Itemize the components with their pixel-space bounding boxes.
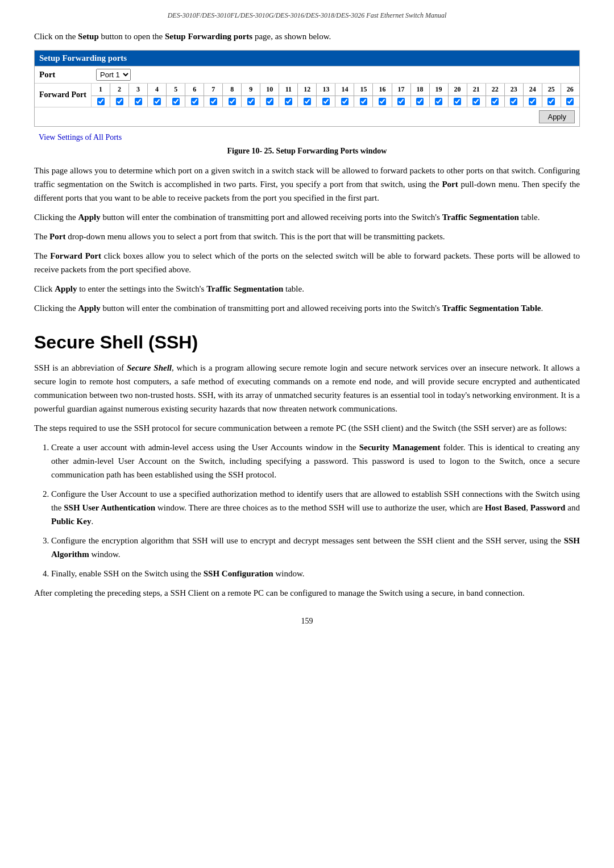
steps-list: Create a user account with admin-level a… xyxy=(51,441,580,580)
port-cell-19: 19 xyxy=(429,84,448,107)
port-number-12: 12 xyxy=(298,84,316,96)
port-checkbox-23[interactable] xyxy=(510,98,517,105)
port-checkbox-4[interactable] xyxy=(154,98,161,105)
figure-caption: Figure 10- 25. Setup Forwarding Ports wi… xyxy=(34,147,580,156)
port-cell-2: 2 xyxy=(110,84,128,107)
step-1: Create a user account with admin-level a… xyxy=(51,441,580,481)
port-checkbox-6[interactable] xyxy=(191,98,198,105)
port-number-17: 17 xyxy=(392,84,410,96)
port-number-6: 6 xyxy=(185,84,204,96)
port-check-container-10 xyxy=(265,96,274,107)
port-check-container-1 xyxy=(97,96,105,107)
port-cell-20: 20 xyxy=(448,84,467,107)
port-number-9: 9 xyxy=(242,84,260,96)
port-checkbox-17[interactable] xyxy=(397,98,405,105)
port-cell-3: 3 xyxy=(128,84,147,107)
port-checkbox-19[interactable] xyxy=(435,98,442,105)
port-checkbox-3[interactable] xyxy=(135,98,142,105)
section-steps-intro: The steps required to use the SSH protoc… xyxy=(34,421,580,435)
port-checkbox-12[interactable] xyxy=(304,98,311,105)
sfp-ports-grid: 1234567891011121314151617181920212223242… xyxy=(92,84,579,107)
port-cell-10: 10 xyxy=(260,84,279,107)
port-cell-22: 22 xyxy=(486,84,504,107)
port-checkbox-9[interactable] xyxy=(247,98,255,105)
port-checkbox-15[interactable] xyxy=(360,98,367,105)
port-cell-26: 26 xyxy=(561,84,579,107)
port-checkbox-13[interactable] xyxy=(322,98,330,105)
port-number-5: 5 xyxy=(167,84,185,96)
port-number-7: 7 xyxy=(204,84,222,96)
port-checkbox-1[interactable] xyxy=(97,98,105,105)
port-cell-23: 23 xyxy=(504,84,523,107)
port-check-container-11 xyxy=(284,96,293,107)
port-number-13: 13 xyxy=(317,84,335,96)
port-number-19: 19 xyxy=(430,84,448,96)
port-checkbox-14[interactable] xyxy=(341,98,349,105)
port-checkbox-5[interactable] xyxy=(172,98,180,105)
port-number-10: 10 xyxy=(260,84,279,96)
port-number-15: 15 xyxy=(354,84,372,96)
port-check-container-24 xyxy=(528,96,537,107)
port-check-container-7 xyxy=(209,96,218,107)
port-checkbox-7[interactable] xyxy=(210,98,217,105)
port-number-1: 1 xyxy=(92,84,110,96)
port-dropdown[interactable]: Port 1 Port 2 Port 3 xyxy=(96,69,131,81)
port-check-container-19 xyxy=(434,96,443,107)
port-checkbox-8[interactable] xyxy=(229,98,236,105)
port-cell-7: 7 xyxy=(204,84,222,107)
port-checkbox-10[interactable] xyxy=(266,98,273,105)
sfp-port-select[interactable]: Port 1 Port 2 Port 3 xyxy=(96,69,131,81)
port-checkbox-24[interactable] xyxy=(529,98,536,105)
port-cell-21: 21 xyxy=(467,84,486,107)
port-cell-14: 14 xyxy=(335,84,354,107)
port-number-2: 2 xyxy=(110,84,128,96)
step-3: Configure the encryption algorithm that … xyxy=(51,534,580,561)
port-checkbox-21[interactable] xyxy=(472,98,480,105)
sfp-port-label: Port xyxy=(39,70,96,80)
port-number-25: 25 xyxy=(542,84,561,96)
port-number-4: 4 xyxy=(148,84,166,96)
port-check-container-15 xyxy=(359,96,368,107)
port-check-container-21 xyxy=(472,96,480,107)
port-number-8: 8 xyxy=(223,84,241,96)
sfp-table: Setup Forwarding ports Port Port 1 Port … xyxy=(34,50,580,127)
port-number-14: 14 xyxy=(335,84,354,96)
port-number-16: 16 xyxy=(373,84,391,96)
port-cell-24: 24 xyxy=(523,84,542,107)
port-checkbox-11[interactable] xyxy=(285,98,292,105)
port-checkbox-26[interactable] xyxy=(566,98,574,105)
port-check-container-13 xyxy=(322,96,330,107)
port-cell-9: 9 xyxy=(241,84,260,107)
port-check-container-20 xyxy=(453,96,462,107)
port-checkbox-25[interactable] xyxy=(547,98,555,105)
section-intro: SSH is an abbreviation of Secure Shell, … xyxy=(34,361,580,416)
port-check-container-2 xyxy=(115,96,124,107)
port-cell-1: 1 xyxy=(92,84,110,107)
port-cell-16: 16 xyxy=(372,84,391,107)
port-number-23: 23 xyxy=(505,84,523,96)
body-para-4: The Forward Port click boxes allow you t… xyxy=(34,249,580,276)
sfp-forward-port-label: Forward Port xyxy=(35,84,92,107)
port-check-container-14 xyxy=(341,96,349,107)
port-check-container-4 xyxy=(153,96,161,107)
port-checkbox-22[interactable] xyxy=(491,98,499,105)
port-number-26: 26 xyxy=(561,84,579,96)
body-para-1: This page allows you to determine which … xyxy=(34,164,580,205)
apply-button[interactable]: Apply xyxy=(539,110,575,123)
port-checkbox-2[interactable] xyxy=(116,98,123,105)
port-number-11: 11 xyxy=(279,84,297,96)
doc-title: DES-3010F/DES-3010FL/DES-3010G/DES-3016/… xyxy=(34,11,580,20)
view-settings-link[interactable]: View Settings of All Ports xyxy=(39,133,122,142)
sfp-port-row: Port Port 1 Port 2 Port 3 xyxy=(35,66,579,83)
port-number-3: 3 xyxy=(129,84,147,96)
port-checkbox-18[interactable] xyxy=(416,98,424,105)
port-checkbox-20[interactable] xyxy=(454,98,461,105)
port-checkbox-16[interactable] xyxy=(379,98,386,105)
port-cell-5: 5 xyxy=(166,84,185,107)
port-check-container-25 xyxy=(547,96,555,107)
port-cell-18: 18 xyxy=(410,84,429,107)
port-check-container-17 xyxy=(397,96,405,107)
body-para-6: Clicking the Apply button will enter the… xyxy=(34,301,580,315)
port-cell-11: 11 xyxy=(279,84,297,107)
section-heading: Secure Shell (SSH) xyxy=(34,332,580,353)
